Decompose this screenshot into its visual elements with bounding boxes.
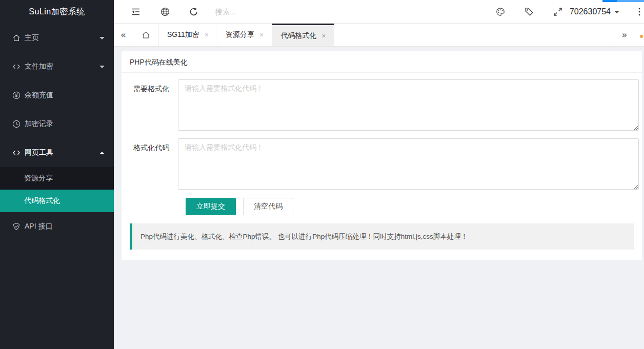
- panel-title: PHP代码在线美化: [122, 51, 642, 73]
- tab-home[interactable]: [133, 24, 159, 46]
- code-icon: [12, 63, 21, 71]
- source-code-label: 需要格式化: [122, 79, 178, 131]
- palette-icon[interactable]: [495, 7, 506, 17]
- sidebar: SuLin加密系统 主页 文件加密 余额充值 加密记录: [0, 0, 114, 349]
- user-menu[interactable]: 702630754: [570, 0, 619, 24]
- formatted-code-label: 格式化代码: [122, 138, 178, 190]
- sidebar-item-label: API 接口: [25, 222, 52, 231]
- tabs-scroll-right-button[interactable]: »: [615, 24, 634, 46]
- info-note: Php代码进行美化、格式化、检查Php错误。 也可以进行Php代码压缩处理！同时…: [130, 223, 634, 250]
- sidebar-item-label: 网页工具: [25, 148, 53, 157]
- progress-bar: [602, 0, 644, 2]
- form-buttons: 立即提交 清空代码: [186, 198, 642, 215]
- tab-menu-icon[interactable]: [640, 35, 643, 38]
- code-format-form: 需要格式化 格式化代码 立即提交 清空代码 Php代码进行美化、格式化、检查Ph…: [122, 73, 642, 250]
- close-icon[interactable]: ×: [205, 31, 209, 39]
- sidebar-subitem-label: 代码格式化: [24, 196, 60, 206]
- sidebar-submenu: 资源分享 代码格式化: [0, 167, 114, 212]
- globe-icon[interactable]: [160, 7, 170, 17]
- chevron-down-icon: [99, 37, 105, 42]
- home-icon: [142, 31, 150, 39]
- shield-check-icon: [12, 222, 21, 231]
- tab-code-format[interactable]: 代码格式化 ×: [272, 24, 334, 46]
- fullscreen-icon[interactable]: [553, 7, 563, 17]
- user-id: 702630754: [570, 7, 611, 16]
- more-vertical-icon[interactable]: [636, 7, 643, 17]
- sidebar-item-records[interactable]: 加密记录: [0, 110, 114, 138]
- tab-sg11[interactable]: SG11加密 ×: [159, 24, 217, 46]
- sidebar-subitem-resource-share[interactable]: 资源分享: [0, 167, 114, 190]
- chevron-down-icon: [99, 66, 105, 71]
- sidebar-item-home[interactable]: 主页: [0, 24, 114, 52]
- tab-label: SG11加密: [167, 30, 199, 39]
- close-icon[interactable]: ×: [321, 32, 326, 40]
- tab-label: 代码格式化: [280, 31, 316, 40]
- sidebar-item-web-tools[interactable]: 网页工具: [0, 138, 114, 167]
- main-content: PHP代码在线美化 需要格式化 格式化代码 立即提交 清空代码 Php代码进行美…: [114, 47, 644, 349]
- sidebar-item-balance[interactable]: 余额充值: [0, 81, 114, 110]
- tabs-scroll-left-button[interactable]: «: [114, 24, 133, 46]
- collapse-menu-icon[interactable]: [131, 7, 141, 17]
- app-logo: SuLin加密系统: [0, 0, 114, 24]
- chevron-up-icon: [99, 149, 105, 154]
- code-format-panel: PHP代码在线美化 需要格式化 格式化代码 立即提交 清空代码 Php代码进行美…: [122, 51, 642, 260]
- search-input[interactable]: [215, 4, 328, 19]
- clear-button[interactable]: 清空代码: [243, 198, 293, 215]
- source-code-textarea[interactable]: [178, 79, 639, 131]
- tabbar: « SG11加密 × 资源分享 × 代码格式化 × »: [114, 24, 644, 47]
- formatted-code-textarea[interactable]: [178, 138, 639, 190]
- submit-button[interactable]: 立即提交: [186, 198, 236, 215]
- sidebar-item-file-encrypt[interactable]: 文件加密: [0, 52, 114, 81]
- sidebar-item-api[interactable]: API 接口: [0, 212, 114, 241]
- code-icon: [12, 149, 21, 157]
- chevrons-right-icon: »: [622, 30, 627, 40]
- form-row-result: 格式化代码: [122, 138, 642, 190]
- sidebar-subitem-label: 资源分享: [24, 174, 53, 183]
- tag-icon[interactable]: [524, 7, 534, 17]
- refresh-icon[interactable]: [189, 7, 199, 17]
- caret-down-icon: [614, 11, 619, 16]
- info-note-text: Php代码进行美化、格式化、检查Php错误。 也可以进行Php代码压缩处理！同时…: [140, 232, 468, 241]
- topbar: 702630754: [114, 0, 644, 24]
- sidebar-item-label: 文件加密: [25, 62, 53, 71]
- sidebar-item-label: 加密记录: [25, 119, 53, 129]
- sidebar-subitem-code-format[interactable]: 代码格式化: [0, 190, 114, 212]
- home-icon: [12, 34, 21, 42]
- close-icon[interactable]: ×: [259, 31, 264, 39]
- chevrons-left-icon: «: [121, 30, 126, 40]
- yen-circle-icon: [12, 91, 21, 99]
- clock-icon: [12, 120, 21, 128]
- form-row-source: 需要格式化: [122, 79, 642, 131]
- sidebar-item-label: 主页: [25, 33, 39, 43]
- sidebar-item-label: 余额充值: [25, 91, 53, 100]
- tab-label: 资源分享: [226, 30, 254, 39]
- tab-resource-share[interactable]: 资源分享 ×: [217, 24, 272, 46]
